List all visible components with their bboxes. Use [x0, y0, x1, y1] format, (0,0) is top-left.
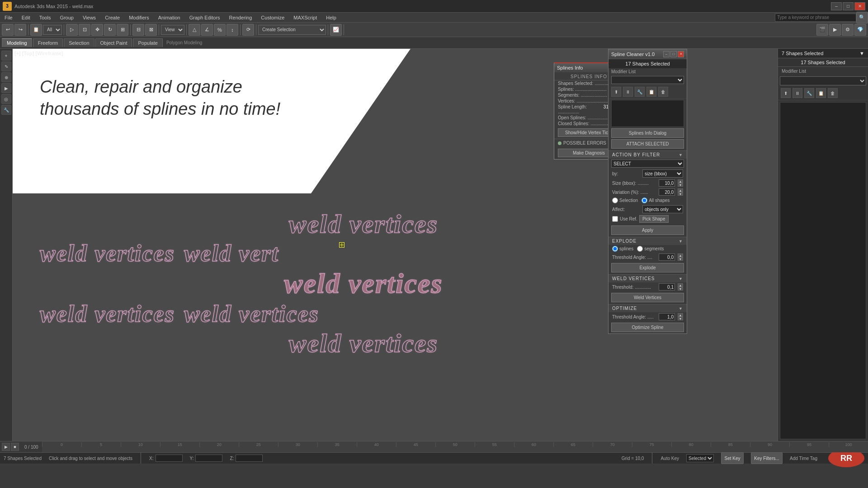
sc-action-select[interactable]: SELECT DELETE	[611, 160, 684, 168]
minimize-button[interactable]: –	[831, 2, 842, 10]
sc-optimize-spline-btn[interactable]: Optimize Spline	[611, 323, 684, 332]
sc-icon-btn1[interactable]: ⬆	[611, 87, 621, 97]
sc-close-btn[interactable]: ✕	[678, 51, 684, 57]
sc-weld-down[interactable]: ▼	[678, 287, 683, 291]
coord-z-input[interactable]	[236, 455, 263, 462]
sc-attach-selected-btn[interactable]: ATTACH SELECTED	[611, 139, 684, 149]
sc-weld-threshold-input[interactable]	[659, 283, 675, 291]
menu-rendering[interactable]: Rendering	[225, 13, 257, 22]
menu-group[interactable]: Group	[55, 13, 78, 22]
sc-selection-label[interactable]: Selection	[612, 197, 638, 203]
modify-btn[interactable]: ✎	[1, 61, 11, 71]
menu-create[interactable]: Create	[100, 13, 124, 22]
sc-threshold-input[interactable]	[659, 253, 675, 261]
menu-views[interactable]: Views	[78, 13, 100, 22]
sc-variation-input[interactable]	[659, 188, 675, 196]
undo-scene-op[interactable]: ⟳	[242, 24, 254, 36]
sc-thresh-up[interactable]: ▲	[678, 253, 683, 257]
sc-weld-spinner[interactable]: ▲ ▼	[678, 283, 683, 291]
sc-thresh-down[interactable]: ▼	[678, 257, 683, 261]
search-button[interactable]: 🔍	[856, 12, 868, 23]
sc-icon-btn3[interactable]: 🔧	[635, 87, 645, 97]
viewport-main[interactable]: Clean, repair and organize thousands of …	[13, 49, 778, 441]
sc-apply-btn[interactable]: Apply	[611, 225, 684, 235]
sc-useref-checkbox[interactable]	[612, 216, 618, 222]
curves-editor[interactable]: 📈	[330, 24, 342, 36]
sc-opt-up[interactable]: ▲	[678, 313, 683, 317]
redo-button[interactable]: ↪	[14, 24, 26, 36]
sc-splines-radio[interactable]	[612, 246, 618, 252]
set-key-button[interactable]: Set Key	[721, 452, 744, 464]
sc-opt-spinner[interactable]: ▲ ▼	[678, 313, 683, 320]
select-region[interactable]: ⊡	[79, 24, 90, 36]
rmp-btn2[interactable]: ⏸	[793, 88, 802, 98]
tab-object-paint[interactable]: Object Paint	[95, 38, 132, 47]
selection-filter-dropdown[interactable]: All	[43, 25, 62, 35]
sc-allshapes-label[interactable]: All shapes	[642, 197, 670, 203]
named-selection-dropdown[interactable]: Create Selection	[258, 25, 326, 35]
sc-restore-btn[interactable]: □	[670, 51, 677, 57]
sc-by-dropdown[interactable]: size (bbox) length	[642, 169, 683, 178]
key-mode-select[interactable]: Selected	[686, 454, 714, 462]
coord-y-input[interactable]	[195, 455, 222, 462]
create-tool-btn[interactable]: +	[1, 51, 11, 61]
close-button[interactable]: ✕	[854, 2, 865, 10]
play-button[interactable]: ▶	[2, 443, 10, 451]
motion-btn[interactable]: ▶	[1, 83, 11, 93]
sc-opt-threshold-input[interactable]	[659, 313, 675, 320]
sc-selection-radio[interactable]	[612, 197, 618, 203]
sc-opt-down[interactable]: ▼	[678, 317, 683, 320]
menu-customize[interactable]: Customize	[256, 13, 289, 22]
render-quick[interactable]: ▶	[829, 24, 841, 36]
menu-animation[interactable]: Animation	[154, 13, 185, 22]
key-filters-button[interactable]: Key Filters...	[751, 452, 783, 464]
utilities-btn[interactable]: 🔧	[1, 105, 11, 115]
menu-file[interactable]: File	[0, 13, 17, 22]
tab-selection[interactable]: Selection	[64, 38, 94, 47]
sc-allshapes-radio[interactable]	[642, 197, 647, 203]
display-btn[interactable]: ◎	[1, 94, 11, 104]
menu-help[interactable]: Help	[321, 13, 341, 22]
sc-affect-dropdown[interactable]: objects only splines only both	[642, 205, 683, 213]
sc-var-down[interactable]: ▼	[678, 192, 683, 196]
tab-modeling[interactable]: Modeling	[2, 38, 32, 47]
coord-x-input[interactable]	[156, 455, 183, 462]
hierarchy-btn[interactable]: ⊕	[1, 72, 11, 82]
select-tool[interactable]: ▷	[66, 24, 78, 36]
search-input[interactable]	[775, 14, 856, 22]
sc-variation-spinner[interactable]: ▲ ▼	[678, 188, 683, 196]
tab-freeform[interactable]: Freeform	[33, 38, 63, 47]
rotate-tool[interactable]: ↻	[104, 24, 116, 36]
sc-size-down[interactable]: ▼	[678, 183, 683, 187]
sc-threshold-spinner[interactable]: ▲ ▼	[678, 253, 683, 261]
move-tool[interactable]: ✥	[91, 24, 103, 36]
stop-button[interactable]: ■	[11, 443, 19, 451]
render-scene[interactable]: 🎬	[816, 24, 828, 36]
sc-size-up[interactable]: ▲	[678, 179, 683, 183]
menu-edit[interactable]: Edit	[17, 13, 35, 22]
align-tool[interactable]: ⊠	[145, 24, 157, 36]
material-editor[interactable]: 💎	[854, 24, 866, 36]
rmp-btn3[interactable]: 🔧	[804, 88, 814, 98]
tab-populate[interactable]: Populate	[133, 38, 162, 47]
scale-tool[interactable]: ⊞	[117, 24, 128, 36]
sc-var-up[interactable]: ▲	[678, 188, 683, 192]
sc-icon-btn4[interactable]: 📋	[646, 87, 656, 97]
sc-weld-vertices-btn[interactable]: Weld Vertices	[611, 293, 684, 302]
render-settings[interactable]: ⚙	[842, 24, 854, 36]
sc-minimize-btn[interactable]: –	[663, 51, 670, 57]
view-dropdown[interactable]: View	[161, 25, 184, 35]
sc-icon-btn5[interactable]: 🗑	[658, 87, 668, 97]
select-by-name-button[interactable]: 📋	[30, 24, 42, 36]
sc-modifier-list-dropdown[interactable]	[611, 76, 684, 84]
rmp-btn5[interactable]: 🗑	[828, 88, 838, 98]
sc-segments-radio[interactable]	[637, 246, 643, 252]
spinner-snap[interactable]: ↕	[226, 24, 238, 36]
rmp-btn1[interactable]: ⬆	[781, 88, 791, 98]
sc-icon-btn2[interactable]: ⏸	[623, 87, 633, 97]
sc-size-spinner[interactable]: ▲ ▼	[678, 179, 683, 187]
menu-modifiers[interactable]: Modifiers	[124, 13, 154, 22]
menu-graph-editors[interactable]: Graph Editors	[185, 13, 225, 22]
snap-toggle[interactable]: △	[189, 24, 200, 36]
timeline-track[interactable]: 0 5 10 15 20 25 30 35 40 45 50 55 60 65 …	[42, 441, 868, 452]
